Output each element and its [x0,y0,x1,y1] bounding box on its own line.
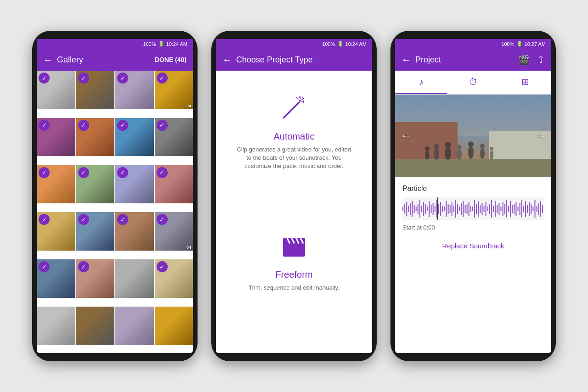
svg-rect-59 [455,200,456,218]
svg-point-2 [299,100,301,102]
svg-rect-92 [518,207,519,211]
check-icon-1: ✓ [39,73,50,84]
gallery-thumb-7[interactable]: ✓ [115,118,154,157]
project-tabs: ♪ ⏱ ⊞ [395,71,551,95]
check-icon-6: ✓ [78,120,89,131]
svg-rect-35 [410,203,411,215]
gallery-thumb-15[interactable]: ✓ [115,212,154,251]
phone-1-screen: ← Gallery DONE (40) ✓✓✓✓04✓✓✓✓✓✓✓✓✓✓✓✓04… [37,49,193,353]
svg-rect-58 [453,206,454,212]
automatic-option[interactable]: Automatic Clip generates a great video f… [225,84,363,218]
tab-music[interactable]: ♪ [395,71,447,94]
check-icon-4: ✓ [157,73,168,84]
battery-icon-1: 🔋 [158,41,164,47]
svg-rect-96 [525,201,526,217]
gallery-thumb-8[interactable]: ✓ [155,118,193,157]
audio-section: Particle [395,177,551,262]
svg-rect-47 [433,203,434,215]
svg-rect-77 [489,204,490,214]
clapperboard-icon [280,232,308,265]
svg-rect-74 [484,206,485,212]
gallery-thumb-14[interactable]: ✓ [76,212,115,251]
back-button-2[interactable]: ← [222,55,232,65]
status-bar-3: 100% 🔋 10:27 AM [395,39,551,49]
gallery-thumb-12[interactable]: ✓ [155,165,193,204]
status-bar-2: 100% 🔋 10:24 AM [216,39,372,49]
svg-rect-33 [406,202,407,216]
check-icon-20: ✓ [157,261,168,272]
gallery-thumb-18[interactable]: ✓ [76,259,115,298]
gallery-thumb-21[interactable] [37,307,75,345]
tab-grid[interactable]: ⊞ [499,71,551,94]
svg-point-18 [434,149,439,160]
svg-rect-90 [514,204,514,214]
svg-point-24 [468,146,474,159]
svg-rect-32 [404,204,405,213]
gallery-thumb-4[interactable]: ✓04 [155,71,193,109]
svg-rect-63 [463,201,464,217]
svg-line-1 [298,102,300,104]
check-icon-7: ✓ [117,120,128,131]
svg-rect-91 [515,202,516,216]
done-button[interactable]: DONE (40) [155,56,187,63]
svg-rect-104 [540,201,541,217]
gallery-thumb-1[interactable]: ✓ [37,71,75,109]
battery-2: 100% [322,41,335,47]
svg-rect-102 [537,206,537,212]
gallery-thumb-24[interactable] [155,307,193,345]
back-button-3[interactable]: ← [401,55,411,65]
waveform-container[interactable] [402,197,544,220]
svg-point-23 [457,145,462,149]
gallery-thumb-10[interactable]: ✓ [76,165,115,204]
track-name: Particle [402,185,544,193]
next-video-button[interactable]: → [534,129,547,143]
svg-point-16 [425,151,430,160]
svg-point-19 [434,144,439,150]
gallery-thumb-9[interactable]: ✓ [37,165,75,204]
svg-rect-88 [510,201,511,217]
battery-icon-3: 🔋 [516,41,523,47]
phone-3: 100% 🔋 10:27 AM ← Project 🎬 ⇧ ♪ ⏱ ⊞ [390,31,556,361]
gallery-thumb-11[interactable]: ✓ [115,165,154,204]
gallery-thumb-23[interactable] [115,307,154,345]
freeform-option[interactable]: Freeform Trim, sequence and edit manuall… [239,223,348,339]
svg-line-7 [302,99,304,100]
svg-line-9 [296,97,299,100]
phone-2: 100% 🔋 10:24 AM ← Choose Project Type [211,31,377,361]
gallery-thumb-19[interactable] [115,259,154,298]
prev-video-button[interactable]: ← [400,129,413,143]
gallery-thumb-13[interactable]: ✓ [37,212,75,251]
gallery-thumb-2[interactable]: ✓ [76,71,115,109]
svg-rect-56 [450,205,451,213]
replace-soundtrack-button[interactable]: Replace Soundtrack [402,237,544,254]
freeform-desc: Trim, sequence and edit manually. [249,284,339,292]
svg-rect-101 [534,200,535,218]
svg-rect-34 [408,206,409,212]
film-icon[interactable]: 🎬 [518,54,530,65]
share-icon[interactable]: ⇧ [537,54,545,65]
gallery-thumb-22[interactable] [76,307,115,345]
back-button-1[interactable]: ← [43,55,52,65]
svg-rect-78 [491,200,492,218]
svg-rect-84 [503,202,503,216]
tab-timeline[interactable]: ⏱ [447,71,499,94]
svg-rect-31 [402,207,403,211]
svg-rect-103 [538,203,539,215]
magic-wand-icon [280,94,308,127]
gallery-thumb-16[interactable]: ✓04 [155,212,193,251]
check-icon-3: ✓ [117,73,128,84]
gallery-thumb-6[interactable]: ✓ [76,118,115,157]
svg-point-27 [480,144,485,148]
svg-point-3 [302,97,303,99]
svg-rect-68 [472,207,473,211]
gallery-thumb-17[interactable]: ✓ [37,259,75,298]
gallery-thumb-3[interactable]: ✓ [115,71,154,109]
svg-rect-62 [461,203,462,215]
svg-rect-42 [423,202,424,216]
svg-rect-66 [469,202,469,216]
svg-rect-45 [429,201,430,217]
gallery-thumb-5[interactable]: ✓ [37,118,75,157]
svg-rect-70 [476,204,477,214]
freeform-title: Freeform [275,269,312,280]
gallery-thumb-20[interactable]: ✓ [155,259,193,298]
